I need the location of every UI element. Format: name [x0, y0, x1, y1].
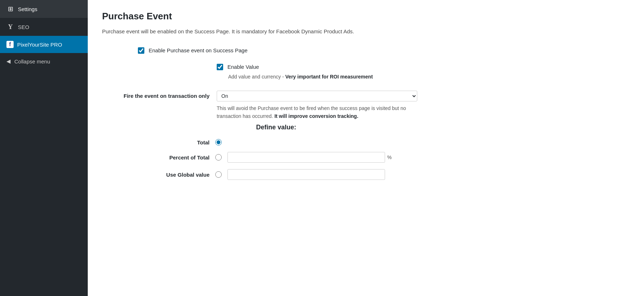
- collapse-menu-item[interactable]: ◀ Collapse menu: [0, 53, 88, 70]
- fire-event-select[interactable]: On Off: [217, 91, 417, 101]
- collapse-icon: ◀: [6, 58, 11, 65]
- enable-value-description: Add value and currency - Very important …: [102, 73, 630, 81]
- fire-event-control: On Off This will avoid the Purchase even…: [217, 91, 417, 120]
- enable-value-desc-bold: Very important for ROI measurement: [285, 74, 373, 80]
- total-label: Total: [124, 139, 210, 145]
- sidebar: ⊞ Settings Y SEO f PixelYourSite PRO ◀ C…: [0, 0, 88, 296]
- global-row: Use Global value: [102, 169, 630, 180]
- facebook-icon: f: [6, 41, 14, 48]
- global-input-group: [227, 169, 385, 180]
- global-label: Use Global value: [124, 172, 210, 178]
- sidebar-item-pixelyoursite[interactable]: f PixelYourSite PRO: [0, 36, 88, 53]
- enable-value-label[interactable]: Enable Value: [227, 64, 259, 70]
- percent-label: Percent of Total: [124, 154, 210, 161]
- fire-event-row: Fire the event on transaction only On Of…: [102, 91, 630, 120]
- enable-purchase-row: Enable Purchase event on Success Page: [102, 47, 630, 54]
- enable-purchase-checkbox[interactable]: [138, 47, 144, 54]
- percent-row: Percent of Total %: [102, 152, 630, 163]
- enable-value-checkbox[interactable]: [217, 64, 223, 70]
- collapse-menu-label: Collapse menu: [14, 58, 50, 65]
- page-title: Purchase Event: [102, 11, 630, 22]
- enable-value-row: Enable Value: [102, 64, 630, 70]
- global-radio[interactable]: [215, 171, 222, 178]
- fire-event-note: This will avoid the Purchase event to be…: [217, 104, 417, 120]
- settings-icon: ⊞: [6, 5, 14, 13]
- sidebar-item-pixelyoursite-label: PixelYourSite PRO: [17, 42, 62, 48]
- percent-input[interactable]: [227, 152, 385, 163]
- fire-event-label: Fire the event on transaction only: [124, 91, 210, 99]
- fire-event-note-bold: It will improve conversion tracking.: [274, 113, 358, 119]
- define-value-heading: Define value:: [102, 124, 630, 131]
- percent-suffix: %: [387, 154, 391, 160]
- total-radio[interactable]: [215, 139, 222, 145]
- sidebar-item-seo-label: SEO: [18, 24, 29, 30]
- enable-value-desc-plain: Add value and currency -: [228, 74, 285, 80]
- percent-radio[interactable]: [215, 154, 222, 161]
- percent-input-group: %: [227, 152, 391, 163]
- sidebar-item-settings[interactable]: ⊞ Settings: [0, 0, 88, 18]
- sidebar-item-seo[interactable]: Y SEO: [0, 18, 88, 36]
- page-description: Purchase event will be enabled on the Su…: [102, 28, 630, 36]
- sidebar-item-settings-label: Settings: [18, 6, 37, 12]
- enable-purchase-label[interactable]: Enable Purchase event on Success Page: [149, 47, 247, 53]
- total-row: Total: [102, 139, 630, 145]
- main-content: Purchase Event Purchase event will be en…: [88, 0, 644, 296]
- global-input[interactable]: [227, 169, 385, 180]
- seo-icon: Y: [6, 23, 14, 31]
